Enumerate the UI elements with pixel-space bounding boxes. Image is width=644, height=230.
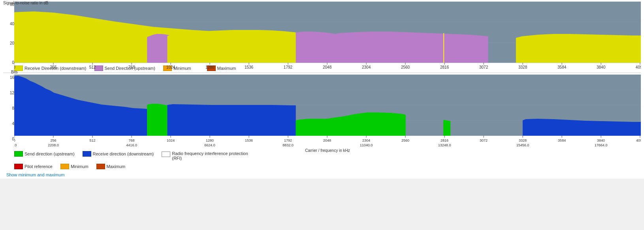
bits-chart-area: Bits <box>14 75 641 154</box>
svg-text:11040.0: 11040.0 <box>360 143 373 147</box>
svg-marker-65 <box>443 120 450 136</box>
svg-text:1792: 1792 <box>284 138 292 142</box>
bits-legend-pilot: Pilot reference <box>14 164 53 169</box>
svg-text:4096: 4096 <box>636 138 641 142</box>
svg-text:1536: 1536 <box>245 65 254 69</box>
bits-pilot-icon <box>14 164 23 169</box>
svg-text:768: 768 <box>129 138 135 142</box>
svg-text:3584: 3584 <box>558 138 566 142</box>
svg-text:4416.0: 4416.0 <box>126 143 137 147</box>
svg-text:1536: 1536 <box>245 138 253 142</box>
svg-text:512: 512 <box>89 65 96 69</box>
svg-text:3072: 3072 <box>479 65 488 69</box>
snr-y-40: 40 <box>10 22 14 26</box>
snr-y-20: 20 <box>10 41 14 45</box>
svg-text:15456.0: 15456.0 <box>516 143 529 147</box>
svg-text:2208.0: 2208.0 <box>48 143 59 147</box>
snr-chart-section: 60 40 20 0 Signal-to-noise ratio in dB <box>3 2 641 69</box>
snr-chart-area: Signal-to-noise ratio in dB <box>14 2 641 69</box>
svg-text:3840: 3840 <box>597 65 606 69</box>
bits-y-12: 12 <box>10 91 14 95</box>
svg-text:8832.0: 8832.0 <box>282 143 294 147</box>
svg-text:6624.0: 6624.0 <box>204 143 215 147</box>
svg-text:3328: 3328 <box>518 65 527 69</box>
svg-rect-17 <box>443 33 444 63</box>
svg-marker-63 <box>296 119 327 136</box>
svg-text:3328: 3328 <box>519 138 527 142</box>
bits-chart-svg: 0 256 512 768 1024 1280 1536 1792 2048 2… <box>14 75 641 153</box>
svg-text:256: 256 <box>50 138 56 142</box>
svg-text:1024: 1024 <box>167 138 175 142</box>
svg-text:1024: 1024 <box>166 65 175 69</box>
svg-text:2816: 2816 <box>440 65 449 69</box>
bits-legend-minimum: Minimum <box>60 164 89 169</box>
bits-chart-section: 16 12 8 4 0 Bits <box>3 75 641 154</box>
svg-text:2304: 2304 <box>362 138 370 142</box>
svg-text:3072: 3072 <box>480 138 488 142</box>
bits-legend-maximum: Maximum <box>96 164 126 169</box>
svg-text:13248.0: 13248.0 <box>438 143 451 147</box>
svg-text:1792: 1792 <box>284 65 293 69</box>
svg-text:768: 768 <box>128 65 135 69</box>
svg-text:256: 256 <box>50 65 57 69</box>
bits-pilot-label: Pilot reference <box>24 164 53 169</box>
bits-maximum-label: Maximum <box>107 164 126 169</box>
svg-text:4096: 4096 <box>636 65 641 69</box>
svg-text:1280: 1280 <box>205 65 215 69</box>
bits-y-axis-title: Bits <box>11 70 18 74</box>
svg-text:2304: 2304 <box>362 65 371 69</box>
svg-text:2048: 2048 <box>323 65 332 69</box>
svg-text:2816: 2816 <box>441 138 448 142</box>
svg-text:2560: 2560 <box>401 65 410 69</box>
show-min-max-link[interactable]: Show minimum and maximum <box>3 172 64 177</box>
bits-maximum-icon <box>96 164 105 169</box>
svg-marker-16 <box>335 32 488 63</box>
bits-y-16: 16 <box>10 75 14 80</box>
svg-text:17664.0: 17664.0 <box>595 143 608 147</box>
svg-marker-14 <box>167 30 296 63</box>
svg-text:512: 512 <box>90 138 96 142</box>
snr-y-axis-title: Signal-to-noise ratio in dB <box>3 1 49 5</box>
svg-marker-18 <box>516 34 641 63</box>
svg-marker-15 <box>296 32 335 63</box>
svg-text:3840: 3840 <box>597 138 605 142</box>
page-container: 60 40 20 0 Signal-to-noise ratio in dB <box>0 0 644 179</box>
snr-chart-svg: 0 256 512 768 1024 1280 1536 1792 2048 2… <box>14 2 641 69</box>
svg-text:0: 0 <box>14 138 15 142</box>
svg-text:Carrier / frequency in kHz: Carrier / frequency in kHz <box>305 148 350 153</box>
svg-text:2048: 2048 <box>323 138 331 142</box>
svg-text:0.0: 0.0 <box>14 143 17 147</box>
svg-text:0: 0 <box>14 65 15 69</box>
svg-text:1280: 1280 <box>206 138 214 142</box>
bits-minimum-label: Minimum <box>71 164 89 169</box>
svg-marker-62 <box>167 104 296 136</box>
svg-text:2560: 2560 <box>401 138 409 142</box>
svg-text:3584: 3584 <box>557 65 567 69</box>
svg-marker-61 <box>147 104 167 136</box>
chart-divider <box>3 73 641 73</box>
bits-minimum-icon <box>60 164 69 169</box>
